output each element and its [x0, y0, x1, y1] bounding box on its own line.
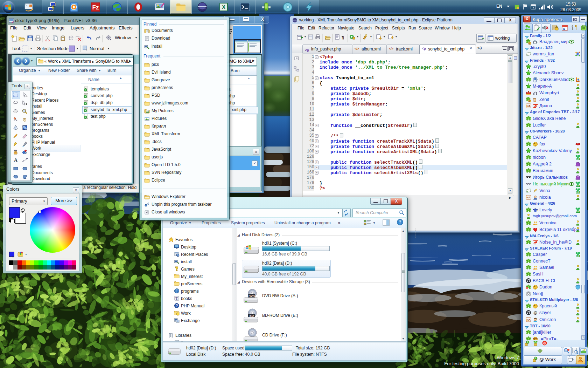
svg-text:@: @	[533, 311, 537, 315]
svg-text:▼: ▼	[383, 35, 386, 38]
svg-text:1=: 1=	[563, 28, 565, 30]
svg-text:¶: ¶	[342, 35, 344, 40]
svg-text:6.0: 6.0	[576, 210, 579, 213]
svg-text:?: ?	[399, 220, 401, 225]
svg-text:?: ?	[176, 304, 178, 308]
svg-text:▼: ▼	[356, 35, 359, 38]
svg-text:6.0: 6.0	[576, 184, 579, 187]
svg-text:NA: NA	[526, 196, 531, 199]
svg-text:NA: NA	[526, 104, 531, 108]
svg-text:NA: NA	[526, 318, 531, 321]
svg-text:▼: ▼	[370, 35, 372, 38]
svg-text:6.0: 6.0	[576, 191, 579, 193]
svg-text:Fz: Fz	[92, 4, 99, 11]
svg-text:A: A	[14, 157, 18, 163]
svg-text:▼: ▼	[304, 35, 307, 38]
svg-text:▼: ▼	[395, 35, 398, 38]
svg-text:T: T	[175, 296, 178, 300]
svg-text:6.0: 6.0	[576, 255, 579, 257]
svg-text:6.0: 6.0	[576, 158, 579, 160]
svg-text:@: @	[543, 342, 546, 345]
svg-text:X: X	[222, 4, 226, 10]
